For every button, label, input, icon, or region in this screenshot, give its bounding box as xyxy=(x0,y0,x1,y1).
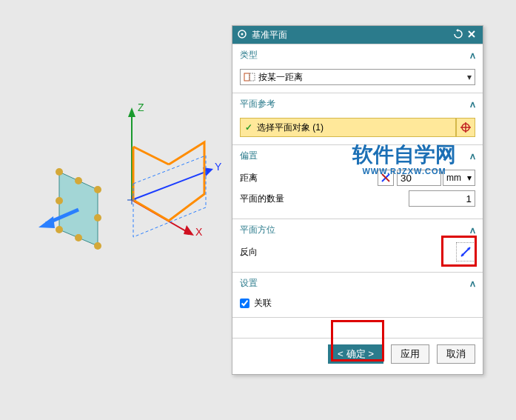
chevron-down-icon: ▾ xyxy=(467,173,472,183)
distance-label: 距离 xyxy=(240,172,299,184)
chevron-up-icon: ʌ xyxy=(470,50,475,61)
svg-point-15 xyxy=(94,242,101,250)
distance-input[interactable] xyxy=(397,170,441,186)
selection-text: 选择平面对象 (1) xyxy=(257,121,324,134)
select-target-button[interactable] xyxy=(456,118,475,137)
spacer xyxy=(232,317,483,338)
reverse-direction-button[interactable] xyxy=(456,242,475,261)
chevron-down-icon: ▾ xyxy=(467,72,472,82)
svg-point-12 xyxy=(75,177,82,184)
cancel-button[interactable]: 取消 xyxy=(437,344,475,364)
svg-point-13 xyxy=(94,186,101,193)
plane-selection-field[interactable]: ✓ 选择平面对象 (1) xyxy=(240,118,456,137)
type-dropdown[interactable]: 按某一距离 ▾ xyxy=(240,69,475,85)
ok-button[interactable]: < 确定 > xyxy=(328,344,383,364)
unit-dropdown[interactable]: mm ▾ xyxy=(443,170,475,186)
count-label: 平面的数量 xyxy=(240,193,299,205)
svg-point-16 xyxy=(75,234,82,241)
chevron-up-icon: ʌ xyxy=(470,279,475,289)
associative-label: 关联 xyxy=(254,297,272,310)
svg-point-11 xyxy=(56,168,63,176)
svg-marker-23 xyxy=(456,29,458,32)
reset-icon[interactable] xyxy=(452,29,465,41)
button-bar: < 确定 > 应用 取消 xyxy=(232,338,483,374)
count-input[interactable] xyxy=(409,190,475,207)
axis-x-label: X xyxy=(195,226,203,238)
section-settings-header[interactable]: 设置 ʌ xyxy=(232,273,483,294)
gear-icon xyxy=(237,29,247,41)
datum-plane-dialog: 基准平面 类型 ʌ 按某一距离 ▾ 平面参考 ʌ xyxy=(232,25,483,375)
svg-marker-9 xyxy=(133,156,206,237)
reverse-label: 反向 xyxy=(240,246,299,259)
svg-line-8 xyxy=(133,147,169,164)
apply-button[interactable]: 应用 xyxy=(391,344,429,364)
section-ref-header[interactable]: 平面参考 ʌ xyxy=(232,93,483,115)
check-icon: ✓ xyxy=(245,122,252,133)
svg-point-14 xyxy=(94,214,101,221)
svg-point-17 xyxy=(56,226,63,233)
svg-rect-27 xyxy=(249,73,255,81)
chevron-up-icon: ʌ xyxy=(470,225,475,236)
axis-z-label: Z xyxy=(138,101,144,113)
distance-plane-icon xyxy=(244,71,255,83)
svg-marker-5 xyxy=(184,225,194,236)
section-type-header[interactable]: 类型 ʌ xyxy=(232,44,483,66)
section-orient-header[interactable]: 平面方位 ʌ xyxy=(232,219,483,241)
svg-marker-20 xyxy=(38,216,55,228)
axis-y-label: Y xyxy=(215,161,222,173)
svg-point-22 xyxy=(241,33,244,35)
svg-rect-26 xyxy=(244,73,249,81)
chevron-up-icon: ʌ xyxy=(470,99,475,110)
chevron-up-icon: ʌ xyxy=(470,151,475,161)
svg-point-18 xyxy=(56,197,63,204)
close-icon[interactable] xyxy=(465,30,478,41)
associative-checkbox[interactable] xyxy=(240,299,249,308)
svg-line-2 xyxy=(132,170,210,200)
section-offset-header[interactable]: 偏置 ʌ xyxy=(232,145,483,167)
dialog-title: 基准平面 xyxy=(252,29,452,41)
svg-marker-1 xyxy=(128,107,135,117)
measure-button[interactable] xyxy=(378,170,394,186)
dialog-titlebar[interactable]: 基准平面 xyxy=(232,26,483,44)
